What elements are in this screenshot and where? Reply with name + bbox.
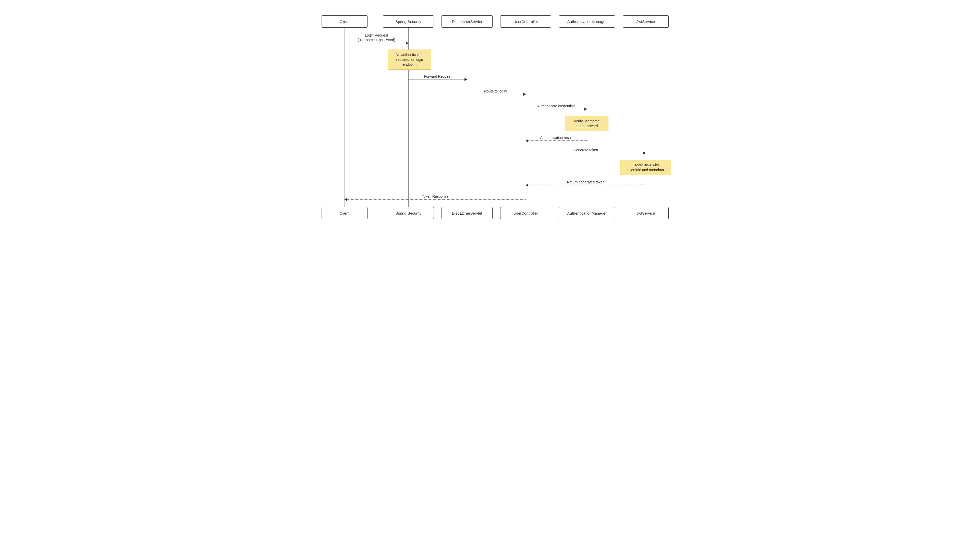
actor-dispatcher-bottom: DispatcherServlet [442, 207, 493, 219]
message-label: Generate token [573, 148, 598, 152]
actor-controller-bottom: UserController [500, 207, 551, 219]
message-label: Login Request(username + password) [348, 33, 404, 42]
arrow-icon [344, 198, 347, 201]
message-m6: Generate token [526, 153, 646, 153]
actor-spring-top: Spring Security [383, 15, 434, 27]
actor-label: JwtService [636, 211, 655, 216]
note-n2: Verify usernameand password [565, 116, 608, 131]
actor-controller-top: UserController [500, 15, 551, 27]
message-label: Return generated token [567, 180, 605, 184]
actor-client-top: Client [321, 15, 368, 27]
actor-label: Client [340, 211, 349, 216]
actor-client-bottom: Client [321, 207, 368, 219]
arrow-icon [643, 152, 646, 155]
message-m3: Route to login() [467, 94, 526, 94]
actor-label: AuthenticationManager [567, 211, 607, 216]
actor-authmgr-bottom: AuthenticationManager [559, 207, 615, 219]
actor-dispatcher-top: DispatcherServlet [442, 15, 493, 27]
note-n1: No authenticationrequired for loginendpo… [388, 49, 431, 70]
actor-label: DispatcherServlet [452, 19, 482, 24]
message-label: Token Response [422, 195, 449, 198]
actor-label: UserController [514, 211, 538, 216]
message-label: Authenticate credentials [537, 104, 575, 108]
actor-label: DispatcherServlet [452, 211, 482, 216]
lifeline-jwt [646, 27, 646, 207]
lifeline-controller [526, 27, 526, 207]
arrow-icon [584, 107, 587, 111]
arrow-icon [465, 78, 467, 81]
actor-jwt-top: JwtService [623, 15, 669, 27]
actor-label: Client [340, 19, 349, 24]
arrow-icon [406, 42, 409, 45]
message-m5: Authentication result [526, 140, 587, 141]
arrow-icon [525, 139, 528, 142]
message-label: Route to login() [484, 89, 509, 93]
actor-label: UserController [514, 19, 538, 24]
message-label: Authentication result [540, 136, 573, 140]
actor-authmgr-top: AuthenticationManager [559, 15, 615, 27]
actor-label: Spring Security [395, 19, 422, 24]
message-m8: Token Response [345, 199, 526, 200]
arrow-icon [525, 184, 528, 187]
message-label: Forward Request [424, 74, 451, 78]
note-n3: Create JWT withuser info and metadata [620, 160, 671, 175]
sequence-diagram: ClientClientSpring SecuritySpring Securi… [311, 10, 669, 220]
actor-label: JwtService [636, 19, 655, 24]
actor-label: AuthenticationManager [567, 19, 607, 24]
message-m2: Forward Request [408, 79, 467, 80]
arrow-icon [523, 93, 526, 96]
actor-jwt-bottom: JwtService [623, 207, 669, 219]
actor-spring-bottom: Spring Security [383, 207, 434, 219]
actor-label: Spring Security [395, 211, 422, 216]
